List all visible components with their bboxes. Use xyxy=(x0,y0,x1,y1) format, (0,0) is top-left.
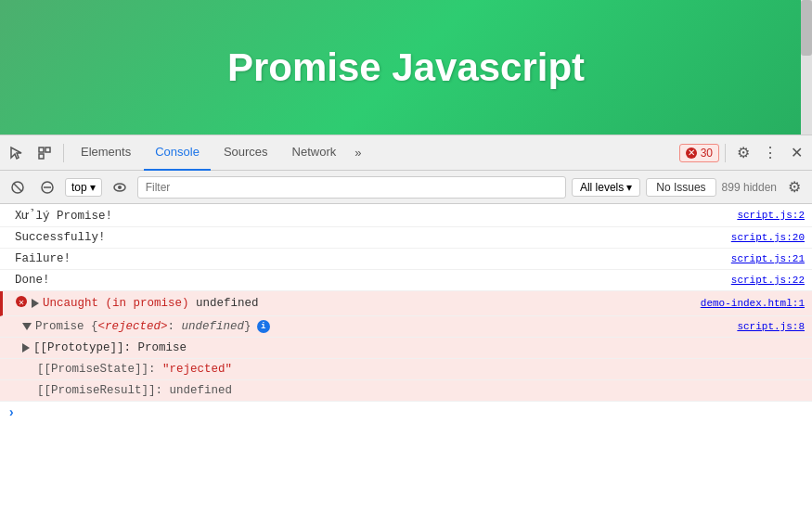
levels-selector[interactable]: All levels ▾ xyxy=(572,178,640,197)
eye-button[interactable] xyxy=(108,175,132,199)
console-link-1[interactable]: script.js:2 xyxy=(737,210,805,221)
tab-elements[interactable]: Elements xyxy=(70,135,142,171)
console-error-row[interactable]: ✕ Uncaught (in promise) undefined demo-i… xyxy=(0,291,812,316)
console-row-2: Successfully! script.js:20 xyxy=(0,227,812,249)
result-val: undefined xyxy=(170,384,233,397)
state-key: [[PromiseState]]: xyxy=(37,363,156,376)
toolbar-divider-2 xyxy=(725,144,726,162)
svg-rect-0 xyxy=(39,147,44,152)
console-settings-icon[interactable]: ⚙ xyxy=(782,175,806,199)
close-devtools-icon[interactable]: ✕ xyxy=(785,140,808,165)
console-prompt-row[interactable]: › xyxy=(0,402,812,424)
console-row-1: Xử lý Promise! script.js:2 xyxy=(0,204,812,227)
error-link[interactable]: demo-index.html:1 xyxy=(701,298,805,309)
devtools-panel: Elements Console Sources Network » ✕ 30 … xyxy=(0,135,812,513)
console-row-3: Failure! script.js:21 xyxy=(0,249,812,270)
prototype-row: [[Prototype]]: Promise xyxy=(0,338,812,359)
hidden-count: 899 hidden xyxy=(722,181,777,194)
app-header: Promise Javascript xyxy=(0,0,812,135)
error-text-undef: undefined xyxy=(196,297,259,310)
error-dot-icon: ✕ xyxy=(686,147,697,159)
no-issues-button[interactable]: No Issues xyxy=(646,178,715,197)
levels-value: All levels xyxy=(580,181,624,194)
levels-dropdown-icon: ▾ xyxy=(626,181,632,194)
collapse-promise-icon[interactable] xyxy=(22,323,32,330)
prototype-text: [[Prototype]]: Promise xyxy=(33,341,187,354)
scrollbar-thumb[interactable] xyxy=(801,0,812,56)
svg-rect-2 xyxy=(39,154,44,159)
error-circle-icon: ✕ xyxy=(15,295,28,312)
state-val: "rejected" xyxy=(162,363,232,376)
expand-prototype-icon[interactable] xyxy=(22,343,30,353)
toolbar-divider-1 xyxy=(63,144,64,162)
expand-error-icon[interactable] xyxy=(32,299,39,308)
prompt-chevron-icon: › xyxy=(7,405,15,420)
tab-network[interactable]: Network xyxy=(281,135,348,171)
console-output: Xử lý Promise! script.js:2 Successfully!… xyxy=(0,204,812,513)
settings-gear-icon[interactable]: ⚙ xyxy=(731,140,755,165)
context-dropdown-icon: ▾ xyxy=(90,181,96,194)
layers-icon[interactable] xyxy=(32,140,58,166)
promise-header-row: Promise {<rejected>: undefined} i script… xyxy=(0,316,812,338)
promise-header-text: Promise {<rejected>: undefined} xyxy=(35,320,251,333)
console-text-1: Xử lý Promise! xyxy=(15,208,737,223)
console-link-3[interactable]: script.js:21 xyxy=(731,253,805,264)
context-value: top xyxy=(71,181,87,194)
svg-line-4 xyxy=(14,184,21,191)
svg-point-8 xyxy=(118,186,122,189)
error-badge[interactable]: ✕ 30 xyxy=(679,144,719,162)
result-key: [[PromiseResult]]: xyxy=(37,384,162,397)
console-row-4: Done! script.js:22 xyxy=(0,270,812,291)
clear-console-button[interactable] xyxy=(6,175,30,199)
scrollbar[interactable] xyxy=(801,0,812,135)
promise-state-row: [[PromiseState]]: "rejected" xyxy=(0,359,812,380)
devtools-toolbar: Elements Console Sources Network » ✕ 30 … xyxy=(0,135,812,171)
more-tabs-button[interactable]: » xyxy=(349,146,367,160)
error-count: 30 xyxy=(701,147,713,160)
svg-text:✕: ✕ xyxy=(19,298,24,308)
promise-link[interactable]: script.js:8 xyxy=(737,321,805,332)
console-link-2[interactable]: script.js:20 xyxy=(731,232,805,243)
app-title: Promise Javascript xyxy=(227,45,585,90)
filter-input[interactable] xyxy=(137,176,566,199)
tab-console[interactable]: Console xyxy=(144,135,211,171)
more-options-icon[interactable]: ⋮ xyxy=(757,140,783,165)
console-toolbar: top ▾ All levels ▾ No Issues 899 hidden … xyxy=(0,171,812,204)
console-text-4: Done! xyxy=(15,274,731,287)
promise-info-icon[interactable]: i xyxy=(257,320,270,333)
console-link-4[interactable]: script.js:22 xyxy=(731,275,805,286)
console-text-2: Successfully! xyxy=(15,231,731,244)
svg-rect-1 xyxy=(45,147,50,152)
console-text-3: Failure! xyxy=(15,252,731,265)
block-button[interactable] xyxy=(35,175,59,199)
tab-sources[interactable]: Sources xyxy=(213,135,279,171)
error-text-red: Uncaught (in promise) undefined xyxy=(43,297,701,310)
promise-result-row: [[PromiseResult]]: undefined xyxy=(0,380,812,402)
cursor-icon[interactable] xyxy=(4,140,30,166)
context-selector[interactable]: top ▾ xyxy=(65,178,102,197)
